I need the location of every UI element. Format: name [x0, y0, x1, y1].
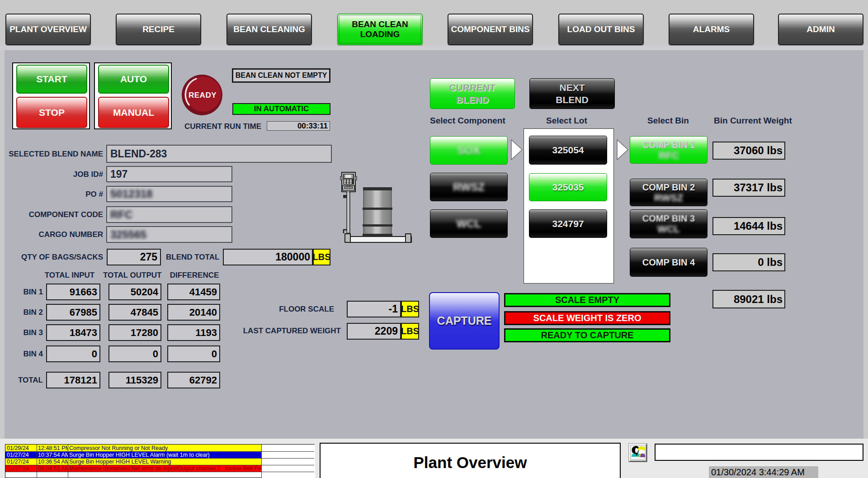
svg-text:READY: READY: [189, 91, 217, 99]
